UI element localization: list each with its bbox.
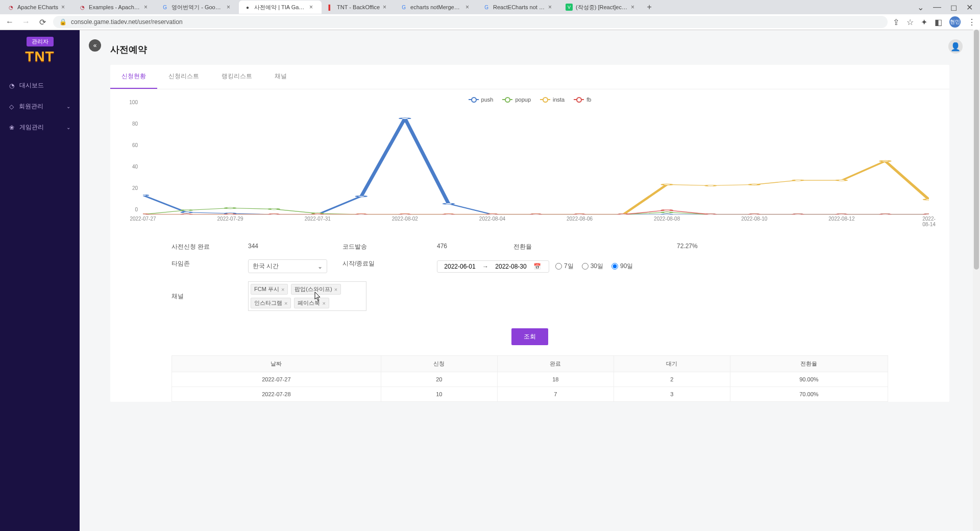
- extension-icon[interactable]: ✦: [921, 17, 927, 27]
- browser-tab[interactable]: Gecharts notMerge={true}×: [395, 1, 478, 14]
- radio-30d[interactable]: 30일: [582, 262, 603, 271]
- browser-tab[interactable]: GReactECharts not Merge×: [478, 1, 560, 14]
- sidebar-item-members[interactable]: ◇회원관리⌄: [0, 96, 80, 117]
- svg-point-74: [837, 214, 846, 214]
- url-input[interactable]: 🔒 console.game.tiadev.net/user/reservati…: [53, 16, 888, 28]
- new-tab-button[interactable]: +: [643, 1, 655, 13]
- minimize-icon[interactable]: —: [933, 3, 941, 12]
- legend-marker-icon: [540, 99, 550, 100]
- radio-90d[interactable]: 90일: [611, 262, 633, 271]
- tab-apply-list[interactable]: 신청리스트: [157, 65, 210, 89]
- svg-point-12: [662, 214, 671, 214]
- svg-point-55: [880, 160, 890, 162]
- back-button[interactable]: ←: [4, 16, 15, 28]
- close-icon[interactable]: ×: [548, 4, 555, 11]
- svg-point-6: [400, 118, 409, 119]
- extensions-menu-icon[interactable]: ◧: [935, 17, 942, 27]
- tag-remove-icon[interactable]: ×: [284, 300, 287, 306]
- close-icon[interactable]: ×: [144, 4, 151, 11]
- table-cell: 2022-07-28: [172, 387, 381, 402]
- forward-button[interactable]: →: [20, 16, 32, 28]
- svg-point-20: [182, 209, 191, 211]
- favicon-icon: G: [483, 4, 490, 11]
- legend-marker-icon: [574, 99, 584, 100]
- timezone-select[interactable]: 한국 시간⌄: [248, 259, 327, 273]
- tag-remove-icon[interactable]: ×: [281, 286, 284, 293]
- y-tick: 100: [129, 100, 138, 105]
- tag-remove-icon[interactable]: ×: [322, 300, 325, 306]
- tab-status[interactable]: 신청현황: [110, 65, 157, 89]
- profile-avatar[interactable]: 현민: [949, 16, 961, 28]
- favicon-icon: ◔: [7, 4, 14, 11]
- date-range-picker[interactable]: → 📅: [437, 260, 549, 273]
- dropdown-icon[interactable]: ⌄: [917, 3, 924, 12]
- close-icon[interactable]: ×: [227, 4, 234, 11]
- x-tick: 2022-08-06: [567, 216, 593, 222]
- tab-channel[interactable]: 채널: [263, 65, 298, 89]
- browser-tab[interactable]: G영어번역기 - Google 검색×: [156, 1, 239, 14]
- legend-item-push[interactable]: push: [469, 96, 494, 103]
- kebab-menu-icon[interactable]: ⋮: [968, 17, 976, 27]
- line-chart[interactable]: 020406080100 2022-07-272022-07-292022-07…: [126, 108, 934, 225]
- sidebar-item-dashboard[interactable]: ◔대시보드: [0, 75, 80, 96]
- close-icon[interactable]: ×: [61, 4, 68, 11]
- search-button[interactable]: 조회: [511, 328, 548, 345]
- browser-tab[interactable]: V(작성중) [React]echarts H×: [560, 1, 643, 14]
- channel-tag-select[interactable]: FCM 푸시× 팝업(스와이프)× 인스타그램× 페이스북×: [248, 281, 366, 311]
- svg-point-58: [143, 214, 148, 214]
- date-to-input[interactable]: [493, 263, 529, 270]
- scrollbar-thumb[interactable]: [974, 30, 979, 270]
- close-icon[interactable]: ×: [383, 4, 390, 11]
- table-cell: 3: [614, 387, 730, 402]
- date-label: 시작/종료일: [342, 255, 437, 277]
- svg-point-1: [182, 212, 191, 213]
- close-icon[interactable]: ×: [309, 4, 316, 11]
- close-window-icon[interactable]: ✕: [966, 3, 973, 12]
- legend-item-fb[interactable]: fb: [574, 96, 591, 103]
- radio-7d[interactable]: 7일: [555, 262, 574, 271]
- sidebar-item-games[interactable]: ❀게임관리⌄: [0, 117, 80, 138]
- tag-remove-icon[interactable]: ×: [334, 286, 337, 293]
- svg-point-75: [880, 214, 890, 214]
- browser-tab[interactable]: ◔Apache ECharts×: [2, 1, 74, 14]
- close-icon[interactable]: ×: [465, 4, 473, 11]
- tag-instagram: 인스타그램×: [251, 298, 291, 308]
- tab-strip: ◔Apache ECharts× ◔Examples - Apache ECh……: [0, 0, 980, 14]
- star-icon[interactable]: ☆: [906, 17, 914, 27]
- legend-marker-icon: [502, 99, 512, 100]
- share-icon[interactable]: ⇪: [893, 17, 899, 27]
- user-menu-button[interactable]: 👤: [948, 39, 963, 54]
- favicon-icon: V: [566, 4, 573, 11]
- svg-point-64: [400, 214, 409, 214]
- tab-title: ReactECharts not Merge: [493, 4, 545, 10]
- address-bar: ← → ⟳ 🔒 console.game.tiadev.net/user/res…: [0, 14, 980, 30]
- browser-tab-active[interactable]: ●사전예약 | TIA Game Ma…×: [239, 1, 322, 14]
- browser-tab[interactable]: ◔Examples - Apache ECh…×: [74, 1, 156, 14]
- tab-ranking-list[interactable]: 랭킹리스트: [210, 65, 263, 89]
- tz-label: 타임존: [172, 255, 248, 277]
- tab-title: Examples - Apache ECh…: [89, 4, 141, 10]
- table-cell: 90.00%: [730, 372, 888, 387]
- legend-item-insta[interactable]: insta: [540, 96, 565, 103]
- window-controls: ⌄ — ◻ ✕: [917, 3, 978, 12]
- legend-item-popup[interactable]: popup: [502, 96, 531, 103]
- y-axis: 020406080100: [126, 108, 141, 215]
- date-from-input[interactable]: [442, 263, 478, 270]
- collapse-sidebar-button[interactable]: «: [89, 39, 101, 52]
- favicon-icon: ◔: [79, 4, 86, 11]
- svg-point-31: [662, 212, 671, 213]
- legend-label: fb: [586, 96, 591, 103]
- favicon-icon: G: [161, 4, 168, 11]
- table-header: 신청: [381, 356, 497, 372]
- maximize-icon[interactable]: ◻: [950, 3, 957, 12]
- browser-tab[interactable]: ▌TNT - BackOffice×: [322, 1, 395, 14]
- tab-title: 영어번역기 - Google 검색: [172, 4, 224, 11]
- svg-point-52: [750, 184, 759, 185]
- radio-label: 30일: [591, 262, 603, 271]
- scrollbar[interactable]: [973, 30, 980, 531]
- tag-label: 페이스북: [298, 299, 320, 307]
- svg-point-54: [837, 180, 846, 181]
- close-icon[interactable]: ×: [631, 4, 638, 11]
- svg-point-69: [619, 214, 628, 214]
- reload-button[interactable]: ⟳: [37, 16, 48, 28]
